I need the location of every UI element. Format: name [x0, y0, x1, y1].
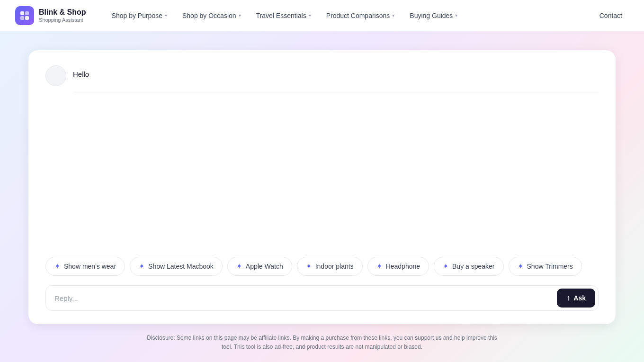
chip-label: Indoor plants [315, 262, 354, 270]
ask-button[interactable]: ↑ Ask [557, 289, 595, 308]
ask-arrow-icon: ↑ [566, 294, 570, 302]
sparkle-icon: ✦ [306, 262, 312, 271]
message-row: Hello [45, 65, 599, 86]
disclosure-text: Disclosure: Some links on this page may … [133, 324, 511, 362]
nav-item-shop-by-occasion[interactable]: Shop by Occasion▾ [176, 8, 248, 23]
brand-title: Blink & Shop [39, 8, 86, 17]
chip-label: Show men's wear [64, 262, 116, 270]
chips-area: ✦Show men's wear✦Show Latest Macbook✦App… [28, 249, 616, 285]
sparkle-icon: ✦ [54, 262, 61, 271]
chip-label: Show Latest Macbook [148, 262, 214, 270]
navbar: Blink & Shop Shopping Assistant Shop by … [0, 0, 644, 31]
nav-item-travel-essentials[interactable]: Travel Essentials▾ [250, 8, 318, 23]
avatar [45, 65, 66, 86]
chip-headphone[interactable]: ✦Headphone [367, 257, 429, 276]
chip-latest-macbook[interactable]: ✦Show Latest Macbook [130, 257, 223, 276]
reply-input[interactable] [46, 288, 554, 309]
nav-contact[interactable]: Contact [593, 8, 629, 23]
sparkle-icon: ✦ [443, 262, 449, 271]
chip-label: Apple Watch [246, 262, 283, 270]
greeting-text: Hello [73, 65, 89, 78]
nav-item-shop-by-purpose[interactable]: Shop by Purpose▾ [105, 8, 174, 23]
brand-subtitle: Shopping Assistant [39, 17, 86, 23]
message-divider [73, 92, 599, 92]
svg-rect-0 [20, 11, 24, 15]
svg-rect-3 [25, 16, 29, 20]
chip-apple-watch[interactable]: ✦Apple Watch [227, 257, 292, 276]
chip-label: Show Trimmers [527, 262, 573, 270]
nav-item-label: Product Comparisons [326, 12, 390, 19]
chip-show-trimmers[interactable]: ✦Show Trimmers [509, 257, 582, 276]
logo-icon [15, 6, 34, 25]
main-content: Hello ✦Show men's wear✦Show Latest Macbo… [19, 31, 625, 362]
chip-mens-wear[interactable]: ✦Show men's wear [45, 257, 125, 276]
sparkle-icon: ✦ [518, 262, 524, 271]
chip-label: Headphone [386, 262, 420, 270]
chevron-down-icon: ▾ [455, 13, 457, 18]
nav-item-buying-guides[interactable]: Buying Guides▾ [403, 8, 464, 23]
nav-item-product-comparisons[interactable]: Product Comparisons▾ [320, 8, 402, 23]
chevron-down-icon: ▾ [309, 13, 311, 18]
svg-rect-1 [25, 11, 29, 15]
nav-item-label: Buying Guides [410, 12, 453, 19]
chip-label: Buy a speaker [452, 262, 495, 270]
sparkle-icon: ✦ [376, 262, 383, 271]
chip-indoor-plants[interactable]: ✦Indoor plants [297, 257, 363, 276]
sparkle-icon: ✦ [139, 262, 145, 271]
logo[interactable]: Blink & Shop Shopping Assistant [15, 6, 86, 25]
chat-messages: Hello [28, 50, 616, 249]
reply-box: ↑ Ask [45, 285, 599, 311]
nav-item-label: Shop by Purpose [112, 12, 162, 19]
reply-area: ↑ Ask [28, 285, 616, 324]
chevron-down-icon: ▾ [392, 13, 394, 18]
nav-links: Shop by Purpose▾Shop by Occasion▾Travel … [105, 8, 593, 23]
sparkle-icon: ✦ [236, 262, 242, 271]
chat-container: Hello ✦Show men's wear✦Show Latest Macbo… [28, 50, 616, 324]
chevron-down-icon: ▾ [165, 13, 167, 18]
ask-label: Ask [573, 294, 586, 302]
nav-item-label: Travel Essentials [256, 12, 306, 19]
nav-item-label: Shop by Occasion [182, 12, 236, 19]
chip-buy-speaker[interactable]: ✦Buy a speaker [434, 257, 504, 276]
chevron-down-icon: ▾ [239, 13, 241, 18]
svg-rect-2 [20, 16, 24, 20]
